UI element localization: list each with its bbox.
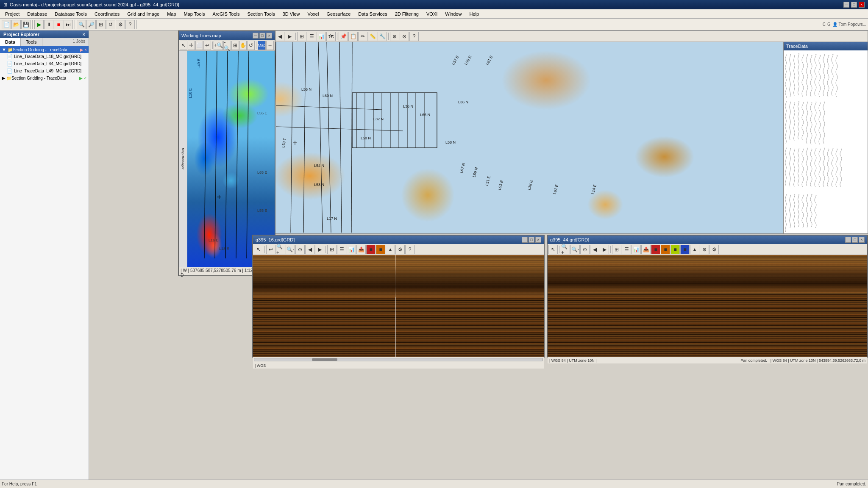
menu-section-tools[interactable]: Section Tools: [244, 11, 278, 17]
bl-undo[interactable]: ↩: [266, 245, 275, 254]
help-toolbar-button[interactable]: ?: [125, 20, 135, 29]
bl-help[interactable]: ?: [405, 245, 415, 254]
menu-database[interactable]: Database: [24, 11, 50, 17]
menu-map[interactable]: Map: [164, 11, 179, 17]
mm-map-view[interactable]: 🗺: [326, 32, 336, 41]
stop-button[interactable]: ■: [54, 20, 63, 29]
mm-tool6[interactable]: ⊕: [390, 32, 399, 41]
bottom-left-seismic-content[interactable]: [253, 255, 544, 357]
br-close[interactable]: ×: [859, 237, 865, 243]
wl-zoom-fit-button[interactable]: ⊞: [231, 41, 239, 50]
mm-grid-view[interactable]: ⊞: [297, 32, 306, 41]
wl-minimize-button[interactable]: ─: [253, 33, 259, 39]
br-minimize[interactable]: ─: [845, 237, 851, 243]
new-button[interactable]: 📄: [2, 20, 11, 29]
title-bar-controls[interactable]: ─ □ ×: [843, 2, 865, 8]
mm-back[interactable]: ◀: [275, 32, 284, 41]
tree-item-l18[interactable]: 📄 Line_TraceData_L18_MC.grd[GRD]: [0, 53, 89, 60]
step-button[interactable]: ⏭: [64, 20, 73, 29]
mm-tool1[interactable]: 📌: [339, 32, 348, 41]
mm-tool7[interactable]: ⊗: [400, 32, 409, 41]
mm-help[interactable]: ?: [409, 32, 419, 41]
close-panel-button[interactable]: ×: [83, 32, 85, 37]
main-map-content[interactable]: L32 L57 E L58 E L61 E L60 N L56 N L36 N …: [191, 42, 783, 233]
wl-pan-button[interactable]: ✋: [239, 41, 247, 50]
wl-zoom-out-button[interactable]: -🔍: [223, 41, 231, 50]
wl-refresh-button[interactable]: ↺: [247, 41, 255, 50]
bl-grid1[interactable]: ⊞: [327, 245, 337, 254]
action-run[interactable]: ▶: [80, 47, 83, 52]
bottom-left-scrollbar[interactable]: [253, 357, 544, 362]
br-back[interactable]: ◀: [590, 245, 599, 254]
br-color3[interactable]: ■: [670, 245, 680, 254]
br-grid1[interactable]: ⊞: [612, 245, 621, 254]
menu-data-services[interactable]: Data Services: [355, 11, 390, 17]
menu-database-tools[interactable]: Database Tools: [51, 11, 90, 17]
wl-close-button[interactable]: ×: [266, 33, 272, 39]
scrollbar-track-left[interactable]: [254, 358, 543, 361]
close-button[interactable]: ×: [859, 2, 865, 8]
bl-export[interactable]: 📤: [356, 245, 366, 254]
bl-zoom-in[interactable]: 🔍+: [276, 245, 285, 254]
zoom-out-button[interactable]: 🔎: [86, 20, 96, 29]
settings-button[interactable]: ⚙: [116, 20, 125, 29]
br-grid2[interactable]: ☰: [622, 245, 631, 254]
menu-window[interactable]: Window: [442, 11, 465, 17]
fit-button[interactable]: ⊞: [96, 20, 106, 29]
br-color4[interactable]: ■: [680, 245, 690, 254]
minimize-button[interactable]: ─: [843, 2, 849, 8]
br-color2[interactable]: ■: [661, 245, 670, 254]
menu-project[interactable]: Project: [2, 11, 23, 17]
bl-forward[interactable]: ▶: [315, 245, 324, 254]
save-button[interactable]: 💾: [21, 20, 31, 29]
br-grid3[interactable]: 📊: [632, 245, 641, 254]
bl-close[interactable]: ×: [535, 237, 541, 243]
mm-tool2[interactable]: 📋: [348, 32, 358, 41]
br-tool1[interactable]: ▲: [690, 245, 699, 254]
br-tool2[interactable]: ⊕: [700, 245, 709, 254]
bl-zoom-out[interactable]: 🔍-: [286, 245, 295, 254]
mm-chart-view[interactable]: 📊: [317, 32, 326, 41]
bl-color2[interactable]: ■: [376, 245, 385, 254]
bottom-right-controls[interactable]: ─ □ ×: [845, 237, 865, 243]
wl-map-mode[interactable]: Map: [258, 41, 266, 50]
br-settings[interactable]: ⚙: [709, 245, 719, 254]
tree-item-section-gridding-2[interactable]: ▶ 📁 Section Gridding - TraceData ▶ ✓: [0, 75, 89, 82]
mm-tool4[interactable]: 📏: [368, 32, 377, 41]
mm-table-view[interactable]: ☰: [307, 32, 316, 41]
tree-item-l44[interactable]: 📄 Line_TraceData_L44_MC.grd[GRD]: [0, 60, 89, 67]
working-lines-controls[interactable]: ─ □ ×: [253, 33, 272, 39]
menu-map-tools[interactable]: Map Tools: [181, 11, 209, 17]
br-fit[interactable]: ⊙: [580, 245, 590, 254]
action-close[interactable]: ×: [84, 47, 87, 52]
menu-3d-view[interactable]: 3D View: [279, 11, 303, 17]
bl-pointer[interactable]: ↖: [254, 245, 263, 254]
menu-voxi[interactable]: VOXI: [423, 11, 441, 17]
tree-item-section-gridding-1[interactable]: ▼ 📁 Section Gridding - TraceData ▶ ×: [0, 46, 89, 53]
menu-coordinates[interactable]: Coordinates: [91, 11, 123, 17]
bl-maximize[interactable]: □: [529, 237, 534, 243]
bottom-left-controls[interactable]: ─ □ ×: [522, 237, 541, 243]
wl-undo[interactable]: ↩: [203, 41, 211, 50]
scrollbar-thumb-left[interactable]: [312, 358, 337, 361]
menu-geosurface[interactable]: Geosurface: [323, 11, 354, 17]
bl-grid2[interactable]: ☰: [337, 245, 346, 254]
menu-arcgis-tools[interactable]: ArcGIS Tools: [209, 11, 243, 17]
bl-minimize[interactable]: ─: [522, 237, 528, 243]
mm-tool5[interactable]: 🔧: [378, 32, 387, 41]
menu-2d-filtering[interactable]: 2D Filtering: [392, 11, 422, 17]
br-forward[interactable]: ▶: [600, 245, 609, 254]
menu-grid-and-image[interactable]: Grid and Image: [124, 11, 163, 17]
tab-tools[interactable]: Tools: [21, 38, 42, 46]
maximize-button[interactable]: □: [851, 2, 857, 8]
refresh-button[interactable]: ↺: [106, 20, 115, 29]
action-run-2[interactable]: ▶: [79, 76, 83, 80]
bl-color1[interactable]: ■: [366, 245, 376, 254]
wl-pointer-button[interactable]: ↖: [180, 41, 187, 50]
br-zoom-in[interactable]: 🔍+: [561, 245, 570, 254]
open-button[interactable]: 📂: [11, 20, 21, 29]
menu-voxel[interactable]: Voxel: [304, 11, 322, 17]
br-maximize[interactable]: □: [852, 237, 858, 243]
bottom-right-seismic-content[interactable]: [548, 255, 867, 357]
run-button[interactable]: ▶: [34, 20, 44, 29]
